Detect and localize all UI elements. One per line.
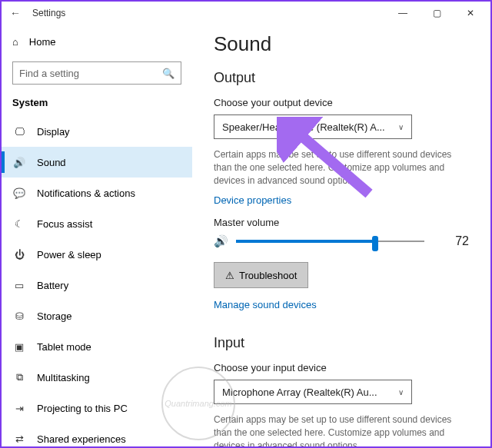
sidebar-item-label: Multitasking [37, 372, 90, 383]
projecting-icon: ⇥ [12, 403, 26, 414]
sidebar-item-power-sleep[interactable]: ⏻ Power & sleep [2, 239, 192, 270]
master-volume-label: Master volume [214, 217, 469, 228]
input-choose-label: Choose your input device [214, 362, 469, 373]
troubleshoot-button[interactable]: ⚠ Troubleshoot [214, 262, 308, 288]
search-icon: 🔍 [162, 68, 175, 79]
output-device-properties-link[interactable]: Device properties [214, 194, 291, 206]
input-heading: Input [214, 335, 469, 351]
battery-icon: ▭ [12, 280, 26, 291]
volume-icon[interactable]: 🔊 [214, 234, 228, 248]
back-button[interactable]: ← [5, 7, 26, 19]
sidebar-item-display[interactable]: 🖵 Display [2, 116, 192, 147]
sidebar-item-label: Storage [37, 310, 72, 322]
search-field[interactable] [19, 68, 162, 79]
sidebar-item-label: Power & sleep [37, 249, 101, 261]
troubleshoot-label: Troubleshoot [239, 270, 297, 281]
sidebar-item-label: Projecting to this PC [37, 403, 128, 414]
sidebar-item-projecting[interactable]: ⇥ Projecting to this PC [2, 393, 192, 423]
sidebar-item-tablet-mode[interactable]: ▣ Tablet mode [2, 331, 192, 362]
sidebar-item-label: Shared experiences [37, 433, 126, 445]
titlebar: ← Settings — ▢ ✕ [2, 2, 490, 25]
sidebar-home-label: Home [29, 36, 56, 48]
notifications-icon: 💬 [12, 187, 26, 199]
sidebar-item-label: Display [37, 126, 70, 138]
master-volume-value: 72 [455, 234, 469, 248]
chevron-down-icon: ∨ [398, 123, 404, 131]
sound-icon: 🔊 [12, 157, 26, 168]
multitasking-icon: ⧉ [12, 371, 26, 383]
output-desc: Certain apps may be set up to use differ… [214, 148, 469, 187]
sidebar-item-label: Tablet mode [37, 341, 91, 353]
sidebar-item-label: Notifications & actions [37, 187, 135, 199]
sidebar-item-storage[interactable]: ⛁ Storage [2, 300, 192, 331]
sidebar-home[interactable]: ⌂ Home [2, 28, 192, 55]
input-device-select[interactable]: Microphone Array (Realtek(R) Au... ∨ [214, 380, 412, 404]
sidebar-item-battery[interactable]: ▭ Battery [2, 270, 192, 300]
display-icon: 🖵 [12, 126, 26, 138]
master-volume-slider[interactable] [236, 234, 424, 248]
home-icon: ⌂ [12, 36, 18, 48]
focus-assist-icon: ☾ [12, 218, 26, 230]
sidebar-item-multitasking[interactable]: ⧉ Multitasking [2, 362, 192, 393]
tablet-icon: ▣ [12, 341, 26, 353]
shared-icon: ⇄ [12, 433, 26, 445]
close-button[interactable]: ✕ [454, 2, 487, 25]
manage-sound-devices-link[interactable]: Manage sound devices [214, 299, 317, 310]
minimize-button[interactable]: — [386, 2, 420, 25]
power-icon: ⏻ [12, 249, 26, 261]
output-device-selected: Speaker/Headphone (Realtek(R) A... [222, 121, 398, 133]
output-heading: Output [214, 70, 469, 86]
warning-icon: ⚠ [225, 270, 234, 281]
sidebar-item-shared-experiences[interactable]: ⇄ Shared experiences [2, 423, 192, 448]
page-title: Sound [214, 32, 469, 56]
input-desc: Certain apps may be set up to use differ… [214, 413, 469, 446]
sidebar-item-notifications[interactable]: 💬 Notifications & actions [2, 178, 192, 208]
sidebar-item-focus-assist[interactable]: ☾ Focus assist [2, 208, 192, 239]
sidebar-item-label: Battery [37, 280, 68, 291]
maximize-button[interactable]: ▢ [420, 2, 454, 25]
sidebar-item-label: Sound [37, 157, 66, 168]
sidebar-item-label: Focus assist [37, 218, 92, 230]
search-input[interactable]: 🔍 [12, 61, 181, 85]
sidebar-item-sound[interactable]: 🔊 Sound [2, 147, 192, 178]
chevron-down-icon: ∨ [398, 388, 404, 397]
sidebar-category: System [2, 92, 192, 116]
output-choose-label: Choose your output device [214, 97, 469, 108]
input-device-selected: Microphone Array (Realtek(R) Au... [222, 387, 398, 398]
output-device-select[interactable]: Speaker/Headphone (Realtek(R) A... ∨ [214, 114, 412, 139]
window-title: Settings [32, 8, 65, 18]
content-pane: Sound Output Choose your output device S… [192, 25, 490, 446]
master-volume-row: 🔊 72 [214, 234, 469, 248]
storage-icon: ⛁ [12, 310, 26, 322]
sidebar: ⌂ Home 🔍 System 🖵 Display 🔊 Sound 💬 Noti… [2, 25, 192, 446]
